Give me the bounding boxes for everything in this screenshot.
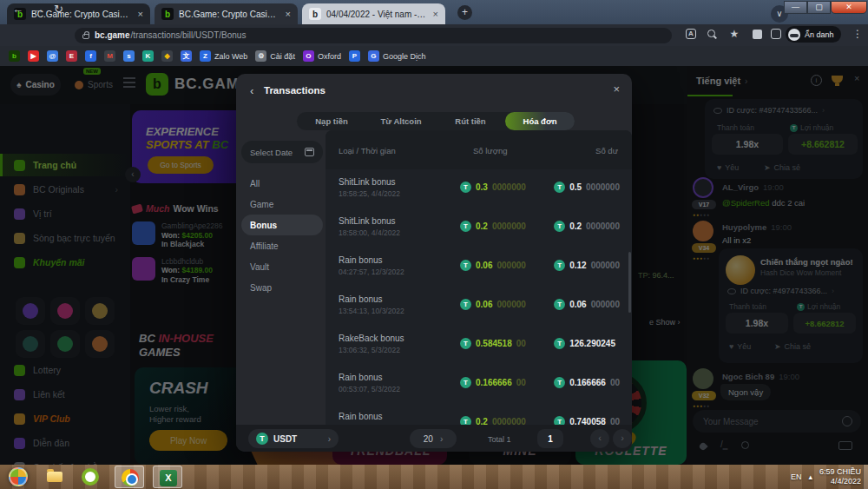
usdt-icon: T xyxy=(460,377,471,388)
bookmark-favicon: 文 xyxy=(181,50,192,62)
column-balance: Số dư xyxy=(595,146,618,155)
maximize-button[interactable]: ▢ xyxy=(807,1,831,14)
modal-close-icon[interactable]: × xyxy=(613,83,620,96)
reload-button[interactable]: ↻ xyxy=(54,3,63,16)
tray-expand-icon[interactable]: ▴ xyxy=(808,472,812,481)
page-size-selector[interactable]: 20 › xyxy=(410,429,457,448)
bookmark-item[interactable]: ZZalo Web xyxy=(200,50,247,62)
bookmark-item[interactable]: s xyxy=(123,50,135,62)
filter-affiliate[interactable]: Affiliate xyxy=(241,235,323,256)
transactions-table: Loại / Thời gian Số lượng Số dư ShitLink… xyxy=(326,130,632,426)
select-date-button[interactable]: Select Date xyxy=(241,141,323,163)
translate-icon[interactable]: A xyxy=(686,29,696,39)
transaction-balance: T0.12000000 xyxy=(554,260,620,271)
show-desktop-button[interactable] xyxy=(863,465,868,489)
bookmarks-bar: b▶@EfMsK◆文ZZalo Web⚙Cài đặtOOxfordPGGoog… xyxy=(0,46,868,66)
bookmark-star-icon[interactable]: ★ xyxy=(727,27,741,41)
bookmark-item[interactable]: 文 xyxy=(181,50,192,62)
browser-tab[interactable]: bBC.Game: Crypto Casino Games× xyxy=(155,3,298,24)
filter-swap[interactable]: Swap xyxy=(241,277,323,298)
transaction-time: 04:27:57, 12/3/2022 xyxy=(339,268,404,276)
transaction-balance: T0.06000000 xyxy=(554,299,620,310)
modal-tab-r-t-ti-n[interactable]: Rút tiền xyxy=(436,112,505,130)
next-page-button[interactable]: › xyxy=(613,429,632,448)
explorer-taskbar-button[interactable] xyxy=(40,466,69,488)
transaction-time: 18:58:25, 4/4/2022 xyxy=(339,189,400,198)
bookmark-item[interactable]: @ xyxy=(47,50,58,62)
bookmark-item[interactable]: ⚙Cài đặt xyxy=(255,50,295,62)
minimize-button[interactable]: — xyxy=(784,1,807,14)
transaction-row[interactable]: Rain bonus04:27:57, 12/3/2022T0.06000000… xyxy=(326,248,632,287)
bookmark-favicon: M xyxy=(104,50,115,62)
usdt-icon: T xyxy=(460,260,471,271)
bookmark-item[interactable]: E xyxy=(66,50,77,62)
close-window-button[interactable]: ✕ xyxy=(831,1,867,14)
select-date-label: Select Date xyxy=(250,148,293,157)
filter-game[interactable]: Game xyxy=(241,194,323,215)
usdt-icon: T xyxy=(460,221,471,232)
transaction-row[interactable]: ShitLink bonus18:58:25, 4/4/2022T0.30000… xyxy=(326,169,632,208)
address-bar[interactable]: bc.game/transactions/bill/USDT/Bonus xyxy=(75,28,672,43)
transaction-time: 18:58:00, 4/4/2022 xyxy=(339,228,400,237)
tab-close-icon[interactable]: × xyxy=(138,9,143,19)
bookmark-item[interactable]: ▶ xyxy=(28,50,39,62)
bookmark-item[interactable]: M xyxy=(104,50,115,62)
transaction-row[interactable]: Rain bonus13:54:13, 10/3/2022T0.06000000… xyxy=(326,287,632,326)
filter-all[interactable]: All xyxy=(241,173,323,194)
menu-dots-icon[interactable]: ⋮ xyxy=(851,27,865,41)
bookmark-favicon: P xyxy=(349,50,360,62)
transaction-row[interactable]: Rain bonus21:27:00, 15/2/2022T0.20000000… xyxy=(326,404,632,426)
modal-tab-h-a-n[interactable]: Hóa đơn xyxy=(505,112,575,130)
casino-page: ♠ Casino Sports NEW b BC.GAME Trang chủB… xyxy=(0,66,868,465)
incognito-badge[interactable]: Ẩn danh xyxy=(786,26,841,43)
tab-close-icon[interactable]: × xyxy=(433,9,438,19)
new-tab-button[interactable]: + xyxy=(457,5,472,20)
chrome-taskbar-button[interactable] xyxy=(115,466,144,488)
language-indicator[interactable]: EN xyxy=(791,472,802,481)
browser-tab[interactable]: b04/04/2022 - Việt nam - BC.Gam× xyxy=(302,3,445,24)
transaction-type: ShitLink bonus xyxy=(339,177,396,187)
bookmark-label: Oxford xyxy=(318,52,341,61)
modal-tab-t-altcoin[interactable]: Từ Altcoin xyxy=(366,112,436,130)
tab-close-icon[interactable]: × xyxy=(286,9,291,19)
filter-vault[interactable]: Vault xyxy=(241,256,323,277)
bookmark-item[interactable]: P xyxy=(349,50,360,62)
modal-tab-n-p-ti-n[interactable]: Nạp tiền xyxy=(297,112,366,130)
start-button[interactable] xyxy=(9,467,28,486)
excel-taskbar-button[interactable]: X xyxy=(153,466,182,488)
extensions-icon[interactable] xyxy=(750,27,764,41)
taskbar-clock[interactable]: 6:59 CHIỀU4/4/2022 xyxy=(819,467,861,486)
filter-bonus[interactable]: Bonus xyxy=(241,215,323,235)
bookmark-item[interactable]: ◆ xyxy=(161,50,173,62)
bookmark-item[interactable]: GGoogle Dịch xyxy=(368,50,426,62)
transaction-row[interactable]: Rain bonus00:53:07, 5/3/2022T0.16666600T… xyxy=(326,365,632,404)
bookmark-item[interactable]: K xyxy=(142,50,154,62)
side-panel-icon[interactable] xyxy=(769,27,783,41)
back-button[interactable]: ← xyxy=(12,3,23,16)
bookmark-item[interactable]: b xyxy=(9,50,20,62)
scrollbar-thumb[interactable] xyxy=(628,252,631,313)
chevron-right-icon: › xyxy=(328,434,331,444)
forward-button[interactable]: → xyxy=(33,3,44,16)
bookmark-label: Zalo Web xyxy=(214,52,247,61)
browser-tab[interactable]: bBC.Game: Crypto Casino Games× xyxy=(7,3,150,24)
lock-icon xyxy=(82,34,89,39)
bookmark-item[interactable]: f xyxy=(85,50,96,62)
transaction-row[interactable]: ShitLink bonus18:58:00, 4/4/2022T0.20000… xyxy=(326,208,632,248)
transaction-amount: T0.16666600 xyxy=(460,377,526,388)
zoom-icon[interactable] xyxy=(705,27,719,41)
transaction-time: 00:53:07, 5/3/2022 xyxy=(339,385,400,393)
current-page[interactable]: 1 xyxy=(537,429,563,448)
url-domain: bc.game xyxy=(95,30,130,40)
taskbar: X EN ▴ 6:59 CHIỀU4/4/2022 xyxy=(0,465,868,489)
transaction-type: RakeBack bonus xyxy=(339,334,404,343)
folder-icon xyxy=(47,472,62,482)
modal-title: Transactions xyxy=(264,85,326,96)
prev-page-button[interactable]: ‹ xyxy=(590,429,609,448)
app-taskbar-button[interactable] xyxy=(76,466,106,488)
currency-selector[interactable]: T USDT › xyxy=(248,429,339,448)
transaction-row[interactable]: RakeBack bonus13:06:32, 5/3/2022T0.58451… xyxy=(326,326,632,365)
back-icon[interactable]: ‹ xyxy=(250,84,253,97)
tab-title: 04/04/2022 - Việt nam - BC.Gam xyxy=(326,10,428,19)
bookmark-item[interactable]: OOxford xyxy=(303,50,341,62)
